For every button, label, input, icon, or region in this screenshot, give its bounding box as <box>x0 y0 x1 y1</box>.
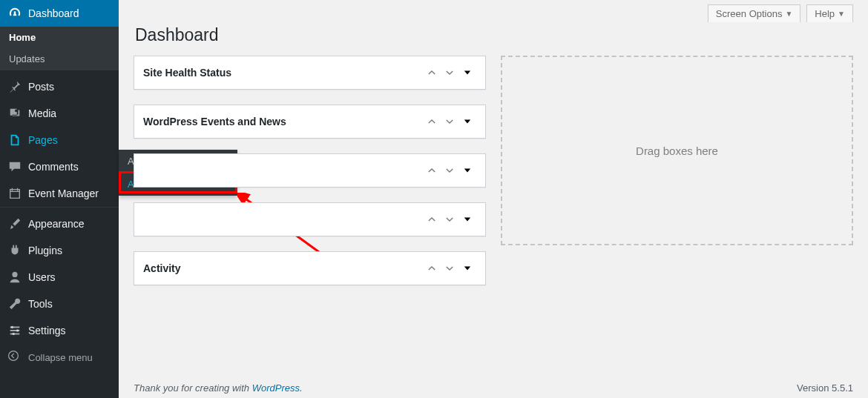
collapse-menu-button[interactable]: Collapse menu <box>0 344 119 371</box>
wordpress-link[interactable]: WordPress <box>252 382 300 394</box>
widget-title: WordPress Events and News <box>143 116 423 127</box>
pages-icon <box>7 133 22 147</box>
sidebar-item-label: Plugins <box>28 245 62 256</box>
widget-move-down-button[interactable] <box>441 259 458 277</box>
chevron-down-icon: ▼ <box>785 10 792 18</box>
dropzone-label: Drag boxes here <box>636 145 718 157</box>
sidebar-item-dashboard[interactable]: Dashboard <box>0 0 119 27</box>
dashboard-column-2: Drag boxes here <box>501 56 853 300</box>
sidebar-item-label: Dashboard <box>28 7 79 19</box>
admin-footer: Thank you for creating with WordPress. V… <box>134 382 853 394</box>
widget-activity: Activity <box>134 251 486 285</box>
footer-thanks: Thank you for creating with WordPress. <box>134 382 303 394</box>
widget-move-down-button[interactable] <box>441 162 458 179</box>
sidebar-submenu-dashboard: Home Updates <box>0 27 119 70</box>
sidebar-item-pages[interactable]: Pages <box>0 127 119 153</box>
sidebar-item-label: Pages <box>28 134 58 146</box>
widget-toggle-button[interactable] <box>458 64 476 82</box>
main-content: Screen Options ▼ Help ▼ Dashboard Site H… <box>119 0 868 398</box>
calendar-icon <box>7 186 22 201</box>
sidebar-item-label: Appearance <box>28 218 85 230</box>
page-title: Dashboard <box>135 25 853 45</box>
dashboard-icon <box>7 6 22 21</box>
widget-collapsed-2 <box>134 202 486 236</box>
widget-title: Activity <box>143 262 423 274</box>
widget-move-up-button[interactable] <box>423 113 441 130</box>
svg-point-4 <box>9 351 19 361</box>
admin-sidebar: Dashboard Home Updates Posts Media Pages… <box>0 0 119 398</box>
sidebar-item-label: Comments <box>28 161 79 173</box>
widget-move-up-button[interactable] <box>423 259 441 277</box>
sidebar-item-media[interactable]: Media <box>0 100 119 127</box>
sidebar-item-users[interactable]: Users <box>0 264 119 291</box>
widget-toggle-button[interactable] <box>458 113 476 130</box>
widget-toggle-button[interactable] <box>458 259 476 277</box>
collapse-icon <box>7 350 22 365</box>
widget-move-down-button[interactable] <box>441 64 458 82</box>
sidebar-item-label: Users <box>28 271 56 283</box>
chevron-down-icon: ▼ <box>838 10 845 18</box>
svg-point-3 <box>12 333 15 336</box>
widget-move-down-button[interactable] <box>441 113 458 130</box>
widget-title: Site Health Status <box>143 67 423 79</box>
dashboard-column-1: Site Health Status WordPress Events and … <box>134 56 486 300</box>
widget-move-down-button[interactable] <box>441 210 458 228</box>
screen-meta-toggles: Screen Options ▼ Help ▼ <box>134 0 853 22</box>
help-button[interactable]: Help ▼ <box>806 4 853 22</box>
media-icon <box>7 106 22 121</box>
comments-icon <box>7 159 22 174</box>
svg-point-1 <box>11 326 14 329</box>
sidebar-item-label: Settings <box>28 325 66 336</box>
dashboard-widgets: Site Health Status WordPress Events and … <box>134 56 853 300</box>
widget-dropzone[interactable]: Drag boxes here <box>501 56 853 245</box>
widget-site-health: Site Health Status <box>134 56 486 90</box>
widget-wp-events-news: WordPress Events and News <box>134 105 486 139</box>
sidebar-item-comments[interactable]: Comments <box>0 153 119 180</box>
sidebar-item-label: Posts <box>28 81 54 93</box>
footer-version: Version 5.5.1 <box>797 382 853 394</box>
widget-move-up-button[interactable] <box>423 64 441 82</box>
widget-toggle-button[interactable] <box>458 162 476 179</box>
sidebar-item-event-manager[interactable]: Event Manager <box>0 180 119 207</box>
sidebar-item-label: Media <box>28 107 56 119</box>
widget-collapsed-1 <box>134 153 486 188</box>
sidebar-item-label: Event Manager <box>28 188 99 199</box>
widget-move-up-button[interactable] <box>423 210 441 228</box>
sidebar-item-label: Tools <box>28 298 53 310</box>
sidebar-item-plugins[interactable]: Plugins <box>0 237 119 264</box>
sidebar-item-posts[interactable]: Posts <box>0 73 119 100</box>
sliders-icon <box>7 323 22 338</box>
wrench-icon <box>7 296 22 311</box>
brush-icon <box>7 216 22 231</box>
user-icon <box>7 270 22 285</box>
widget-toggle-button[interactable] <box>458 210 476 228</box>
screen-options-button[interactable]: Screen Options ▼ <box>708 4 801 22</box>
sidebar-item-settings[interactable]: Settings <box>0 317 119 344</box>
plug-icon <box>7 243 22 258</box>
pin-icon <box>7 79 22 94</box>
collapse-menu-label: Collapse menu <box>28 352 93 363</box>
svg-point-2 <box>16 329 19 332</box>
screen-options-label: Screen Options <box>716 8 783 19</box>
sidebar-item-appearance[interactable]: Appearance <box>0 210 119 237</box>
sidebar-subitem-updates[interactable]: Updates <box>0 48 119 70</box>
sidebar-item-tools[interactable]: Tools <box>0 291 119 317</box>
widget-move-up-button[interactable] <box>423 162 441 179</box>
svg-point-0 <box>15 110 18 113</box>
sidebar-subitem-home[interactable]: Home <box>0 27 119 48</box>
help-label: Help <box>815 8 835 19</box>
